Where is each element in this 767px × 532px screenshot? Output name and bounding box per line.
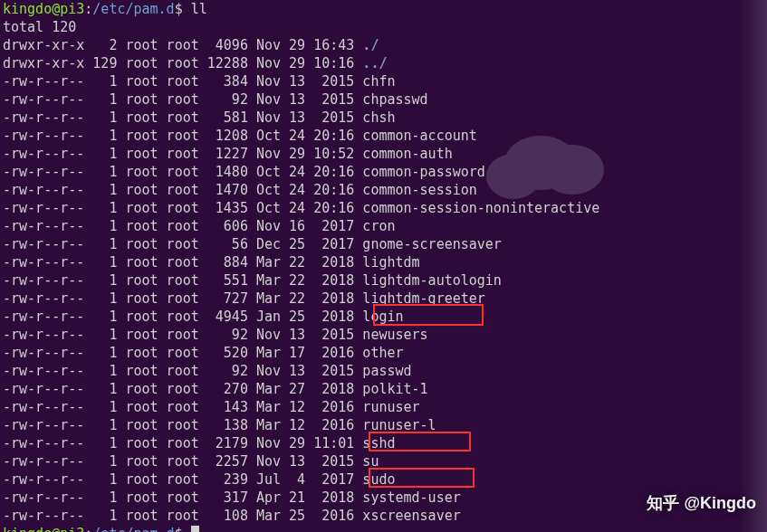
date: Mar 22 2018 [248,254,354,271]
perm: -rw-r--r-- [3,417,84,433]
group: root [158,200,199,216]
owner: root [117,236,158,252]
date: Nov 13 2015 [248,109,354,126]
owner: root [117,435,158,451]
group: root [158,254,199,271]
group: root [158,128,199,144]
file-name: chsh [354,109,395,126]
file-row: -rw-r--r-- 1 root root 108 Mar 25 2016 x… [3,507,764,525]
terminal-output[interactable]: kingdo@pi3:/etc/pam.d$ lltotal 120drwxr-… [3,0,764,532]
date: Oct 24 20:16 [248,164,354,180]
file-name: systemd-user [354,489,460,506]
owner: root [117,146,158,162]
cursor-icon [191,526,199,532]
owner: root [117,182,158,198]
date: Nov 13 2015 [248,327,354,343]
date: Mar 12 2016 [248,399,354,415]
prompt-symbol: $ [175,526,191,532]
owner: root [117,37,158,53]
file-row: -rw-r--r-- 1 root root 606 Nov 16 2017 c… [3,217,764,235]
owner: root [117,200,158,216]
file-name: xscreensaver [354,508,460,524]
links: 1 [84,164,117,180]
owner: root [117,453,158,470]
file-row: drwxr-xr-x 129 root root 12288 Nov 29 10… [3,54,764,72]
file-row: -rw-r--r-- 1 root root 1227 Nov 29 10:52… [3,145,764,163]
size: 2257 [199,453,248,470]
size: 1470 [199,182,248,198]
perm: -rw-r--r-- [3,363,84,379]
date: Nov 13 2015 [248,363,354,379]
prompt-cwd: /etc/pam.d [92,1,174,17]
group: root [158,290,199,307]
links: 1 [84,381,117,397]
perm: -rw-r--r-- [3,182,84,198]
file-name: lightdm-autologin [354,272,502,289]
date: Jan 25 2018 [248,309,354,325]
group: root [158,55,199,71]
file-row: -rw-r--r-- 1 root root 92 Nov 13 2015 pa… [3,362,764,380]
owner: root [117,164,158,180]
date: Mar 22 2018 [248,290,354,307]
group: root [158,272,199,289]
file-row: -rw-r--r-- 1 root root 384 Nov 13 2015 c… [3,72,764,90]
date: Nov 13 2015 [248,91,354,108]
group: root [158,381,199,397]
owner: root [117,417,158,433]
owner: root [117,508,158,524]
links: 1 [84,363,117,379]
file-name: lightdm-greeter [354,290,485,307]
owner: root [117,327,158,343]
prompt-line-bottom[interactable]: kingdo@pi3:/etc/pam.d$ [3,525,764,532]
file-row: -rw-r--r-- 1 root root 270 Mar 27 2018 p… [3,380,764,398]
file-row: -rw-r--r-- 1 root root 1435 Oct 24 20:16… [3,199,764,217]
file-row: -rw-r--r-- 1 root root 1470 Oct 24 20:16… [3,181,764,199]
perm: drwxr-xr-x [3,55,84,71]
group: root [158,73,199,90]
size: 520 [199,345,248,361]
links: 1 [84,272,117,289]
file-name: runuser [354,399,419,415]
file-name: sudo [354,471,395,488]
perm: -rw-r--r-- [3,73,84,90]
links: 2 [84,37,117,53]
size: 12288 [199,55,248,71]
owner: root [117,73,158,90]
group: root [158,399,199,415]
perm: -rw-r--r-- [3,345,84,361]
date: Apr 21 2018 [248,489,354,506]
links: 1 [84,399,117,415]
group: root [158,417,199,433]
date: Jul 4 2017 [248,471,354,488]
links: 1 [84,182,117,198]
owner: root [117,128,158,144]
date: Nov 29 16:43 [248,37,354,53]
perm: -rw-r--r-- [3,128,84,144]
owner: root [117,399,158,415]
perm: -rw-r--r-- [3,381,84,397]
links: 1 [84,453,117,470]
links: 1 [84,236,117,252]
owner: root [117,290,158,307]
file-name: su [354,453,379,470]
file-name: common-session-noninteractive [354,200,599,216]
file-row: -rw-r--r-- 1 root root 2257 Nov 13 2015 … [3,452,764,470]
perm: -rw-r--r-- [3,327,84,343]
perm: -rw-r--r-- [3,146,84,162]
group: root [158,91,199,108]
file-name: ./ [354,37,379,53]
links: 1 [84,309,117,325]
group: root [158,146,199,162]
links: 1 [84,200,117,216]
perm: -rw-r--r-- [3,272,84,289]
size: 143 [199,399,248,415]
group: root [158,37,199,53]
file-name: sshd [354,435,395,451]
date: Nov 29 11:01 [248,435,354,451]
perm: -rw-r--r-- [3,91,84,108]
date: Nov 16 2017 [248,218,354,234]
date: Mar 17 2016 [248,345,354,361]
perm: -rw-r--r-- [3,109,84,126]
file-name: ../ [354,55,387,71]
date: Mar 25 2016 [248,508,354,524]
